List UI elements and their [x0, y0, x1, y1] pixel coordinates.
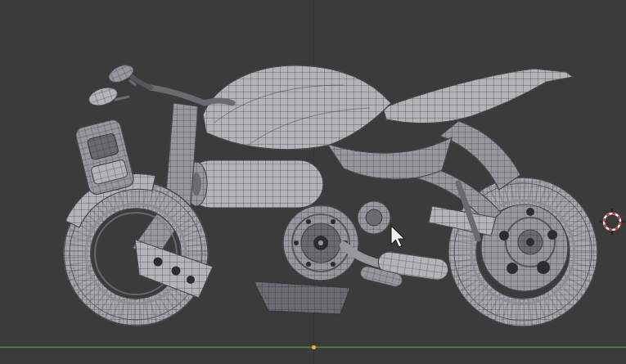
engine-clutch-cover[interactable]	[283, 205, 358, 281]
hub-hole	[499, 231, 509, 240]
hub-hole	[537, 261, 550, 274]
3d-viewport[interactable]	[0, 0, 626, 364]
hub-hole	[507, 263, 518, 274]
plate-hole	[187, 276, 195, 284]
engine-bolt	[306, 262, 311, 267]
hub-hole	[547, 230, 557, 240]
intake-cylinder[interactable]	[186, 160, 323, 208]
engine-bolt	[294, 240, 299, 245]
engine-bolt	[331, 262, 336, 267]
engine-secondary-cover[interactable]	[358, 201, 390, 234]
engine-bolt	[306, 219, 311, 224]
plate-hole	[172, 267, 181, 276]
plate-hole	[154, 258, 163, 267]
origin-point	[312, 345, 316, 349]
hub-hole	[526, 208, 534, 216]
engine-bolt	[331, 219, 336, 224]
